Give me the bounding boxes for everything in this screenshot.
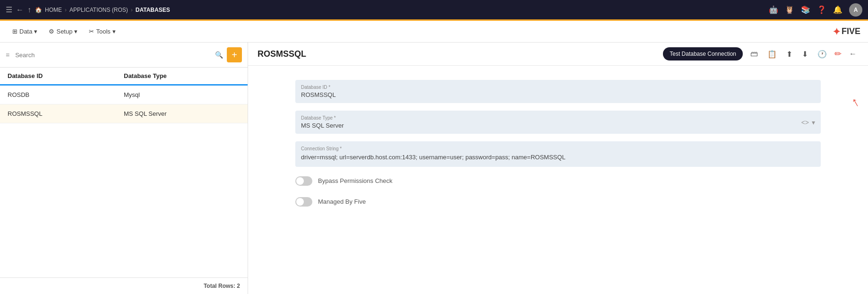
database-type-field: Database Type * MS SQL Server <> ▾ <box>295 111 821 134</box>
history-icon[interactable]: 🕐 <box>816 48 829 61</box>
database-type-input-wrap[interactable]: Database Type * MS SQL Server <> ▾ <box>295 111 821 134</box>
data-grid-icon: ⊞ <box>12 28 17 35</box>
five-logo-text: FIVE <box>842 26 860 36</box>
connection-string-input-wrap[interactable]: Connection String * driver=mssql; url=se… <box>295 141 821 167</box>
setup-label: Setup <box>56 28 72 35</box>
toolbar-right: ✦ FIVE <box>833 26 860 37</box>
add-button[interactable]: + <box>227 47 242 62</box>
database-id-value[interactable]: ROSMSSQL <box>301 91 815 98</box>
app-label[interactable]: APPLICATIONS (ROS) <box>69 7 128 13</box>
five-logo: ✦ FIVE <box>833 26 860 37</box>
home-icon: 🏠 <box>35 7 42 13</box>
tools-wrench-icon: ✂ <box>89 28 94 35</box>
database-id-field: Database ID * ROSMSSQL <box>295 80 821 103</box>
database-type-label: Database Type * <box>301 115 801 121</box>
connection-string-label: Connection String * <box>301 146 815 151</box>
main-layout: ≡ 🔍 + Database ID Database Type ROSDB My… <box>0 43 868 294</box>
five-logo-icon: ✦ <box>833 26 841 37</box>
menu-icon[interactable]: ☰ <box>6 5 12 14</box>
chevron-down-icon: ▾ <box>812 119 815 126</box>
robot-icon[interactable]: 🤖 <box>769 5 778 14</box>
tools-menu[interactable]: ✂ Tools ▾ <box>84 25 120 38</box>
row1-type: Mysql <box>124 91 240 98</box>
managed-by-five-row: Managed By Five <box>295 195 821 208</box>
edit-icon[interactable]: ✏ <box>834 49 842 59</box>
search-icon[interactable]: 🔍 <box>215 51 223 59</box>
database-type-value: MS SQL Server <box>301 122 801 129</box>
row2-type: MS SQL Server <box>124 110 240 117</box>
table-row[interactable]: ROSDB Mysql <box>0 86 248 104</box>
filter-icon: ≡ <box>6 51 9 59</box>
close-icon[interactable]: ← <box>847 48 859 60</box>
bypass-permissions-toggle[interactable] <box>295 176 312 186</box>
copy-icon[interactable]: 📋 <box>765 48 779 61</box>
row2-id: ROSMSSQL <box>8 110 124 117</box>
test-database-connection-button[interactable]: Test Database Connection <box>663 47 743 61</box>
row1-id: ROSDB <box>8 91 124 98</box>
form-area: Database ID * ROSMSSQL Database Type * M… <box>248 66 868 223</box>
tools-chevron-icon: ▾ <box>112 28 116 35</box>
home-label[interactable]: HOME <box>45 7 62 13</box>
record-title: ROSMSSQL <box>258 49 657 59</box>
avatar[interactable]: A <box>849 3 862 17</box>
data-chevron-icon: ▾ <box>34 28 37 35</box>
back-icon[interactable]: ← <box>16 6 24 14</box>
data-label: Data <box>19 28 32 35</box>
owl-icon[interactable]: 🦉 <box>785 5 794 14</box>
col1-header: Database ID <box>8 72 124 79</box>
setup-menu[interactable]: ⚙ Setup ▾ <box>44 25 82 38</box>
database-id-label: Database ID * <box>301 85 815 90</box>
database-icon[interactable]: 🗃 <box>748 48 760 60</box>
right-panel: ROSMSSQL Test Database Connection 🗃 📋 ⬆ … <box>248 43 868 294</box>
bypass-permissions-row: Bypass Permissions Check <box>295 174 821 188</box>
setup-gear-icon: ⚙ <box>49 28 54 35</box>
breadcrumb: 🏠 HOME › APPLICATIONS (ROS) › DATABASES <box>35 7 170 13</box>
toolbar: ⊞ Data ▾ ⚙ Setup ▾ ✂ Tools ▾ ✦ FIVE <box>0 21 868 43</box>
left-panel: ≡ 🔍 + Database ID Database Type ROSDB My… <box>0 43 248 294</box>
managed-by-five-label: Managed By Five <box>318 198 366 205</box>
up-icon[interactable]: ↑ <box>27 6 31 14</box>
top-nav: ☰ ← ↑ 🏠 HOME › APPLICATIONS (ROS) › DATA… <box>0 0 868 21</box>
books-icon[interactable]: 📚 <box>801 5 810 14</box>
breadcrumb-sep2: › <box>131 7 133 13</box>
database-id-input-wrap: Database ID * ROSMSSQL <box>295 80 821 103</box>
setup-chevron-icon: ▾ <box>74 28 77 35</box>
download-icon[interactable]: ⬇ <box>800 48 810 61</box>
connection-string-value: driver=mssql; url=serverdb.host.com:1433… <box>301 153 815 162</box>
search-input[interactable] <box>15 52 211 59</box>
upload-icon[interactable]: ⬆ <box>784 48 794 61</box>
bypass-permissions-label: Bypass Permissions Check <box>318 177 393 184</box>
table-footer: Total Rows: 2 <box>0 277 248 294</box>
help-icon[interactable]: ❓ <box>817 5 826 14</box>
tools-label: Tools <box>96 28 110 35</box>
table-row[interactable]: ROSMSSQL MS SQL Server <box>0 104 248 123</box>
bell-icon[interactable]: 🔔 <box>833 5 842 14</box>
code-icon: <> <box>801 119 809 126</box>
dropdown-icons[interactable]: <> ▾ <box>801 119 815 126</box>
search-bar: ≡ 🔍 + <box>0 43 248 68</box>
data-menu[interactable]: ⊞ Data ▾ <box>8 25 42 38</box>
total-rows-label: Total Rows: 2 <box>204 283 240 289</box>
breadcrumb-sep1: › <box>65 7 67 13</box>
connection-string-field: Connection String * driver=mssql; url=se… <box>295 141 821 167</box>
current-page-label: DATABASES <box>136 7 170 13</box>
col2-header: Database Type <box>124 72 240 79</box>
managed-by-five-toggle[interactable] <box>295 197 312 207</box>
right-header: ROSMSSQL Test Database Connection 🗃 📋 ⬆ … <box>248 43 868 66</box>
table-header: Database ID Database Type <box>0 68 248 86</box>
